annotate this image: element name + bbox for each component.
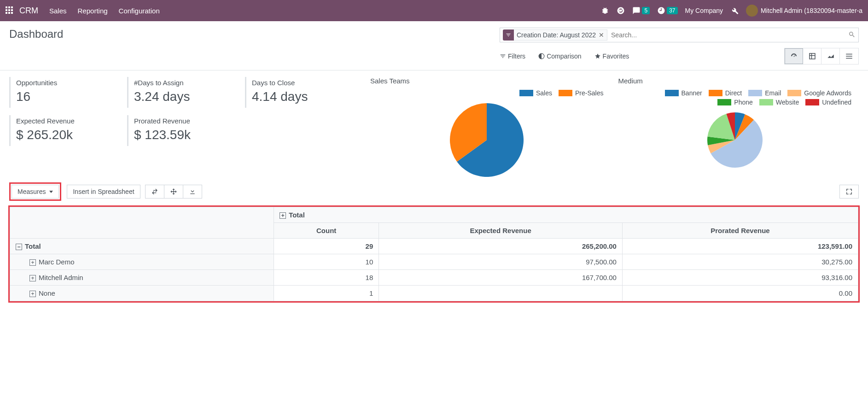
activities-badge: 37 — [667, 7, 677, 14]
insert-spreadsheet-button[interactable]: Insert in Spreadsheet — [67, 185, 140, 199]
filter-facet-label: Creation Date: August 2022 — [517, 31, 596, 39]
view-switcher — [784, 48, 859, 64]
search-box[interactable]: Creation Date: August 2022 ✕ — [500, 28, 859, 42]
view-list-button[interactable] — [840, 48, 858, 64]
measures-button[interactable]: Measures — [12, 185, 59, 199]
legend-swatch — [665, 90, 679, 96]
messaging-badge: 5 — [642, 7, 650, 14]
legend-item[interactable]: Email — [748, 89, 781, 97]
legend-item[interactable]: Sales — [519, 89, 552, 97]
filter-facet[interactable]: Creation Date: August 2022 ✕ — [514, 29, 607, 41]
chart-title: Medium — [618, 77, 852, 85]
legend-item[interactable]: Google Adwords — [787, 89, 851, 97]
pivot-column-header[interactable]: Count — [274, 223, 379, 239]
comparison-button[interactable]: Comparison — [538, 53, 581, 60]
download-button[interactable] — [183, 185, 202, 199]
view-graph-button[interactable] — [821, 48, 840, 64]
tools-icon[interactable] — [730, 6, 739, 15]
legend-label: Google Adwords — [804, 89, 851, 97]
legend-label: Undefined — [822, 99, 851, 106]
activities-icon[interactable]: 37 — [657, 6, 677, 15]
pivot-row-header[interactable]: +Marc Demo — [10, 254, 274, 270]
chart-legend: BannerDirectEmailGoogle AdwordsPhoneWebs… — [618, 89, 852, 108]
pivot-column-header[interactable]: Expected Revenue — [379, 223, 623, 239]
chart-medium: Medium BannerDirectEmailGoogle AdwordsPh… — [611, 77, 859, 177]
legend-label: Sales — [536, 89, 552, 97]
expand-icon[interactable]: + — [280, 212, 286, 219]
pivot-table-highlight: +Total CountExpected RevenueProrated Rev… — [8, 205, 860, 303]
search-options: Filters Comparison Favorites — [500, 48, 859, 64]
flip-axis-button[interactable] — [145, 185, 164, 199]
pivot-cell: 29 — [274, 239, 379, 254]
nav-configuration[interactable]: Configuration — [119, 7, 160, 15]
legend-item[interactable]: Website — [759, 99, 799, 106]
chart-title: Sales Teams — [370, 77, 604, 85]
expand-icon[interactable]: + — [29, 259, 36, 266]
apps-icon[interactable] — [6, 6, 14, 15]
pivot-cell: 265,200.00 — [379, 239, 623, 254]
control-panel: Dashboard Creation Date: August 2022 ✕ F… — [0, 21, 868, 66]
legend-label: Banner — [682, 89, 702, 97]
pivot-cell: 97,500.00 — [379, 254, 623, 270]
pivot-row-header[interactable]: +Mitchell Admin — [10, 270, 274, 286]
user-menu[interactable]: Mitchell Admin (18320094-master-a — [746, 5, 862, 17]
view-dashboard-button[interactable] — [785, 48, 803, 64]
pivot-table: +Total CountExpected RevenueProrated Rev… — [10, 207, 858, 301]
legend-label: Direct — [725, 89, 742, 97]
app-brand[interactable]: CRM — [19, 6, 38, 16]
expand-icon[interactable]: + — [29, 291, 36, 297]
kpi-days-to-close: Days to Close 4.14 days — [245, 77, 363, 108]
legend-item[interactable]: Undefined — [805, 99, 851, 106]
pivot-toolbar: Measures Insert in Spreadsheet — [0, 177, 868, 205]
legend-swatch — [559, 90, 572, 96]
avatar — [746, 5, 758, 17]
favorites-button[interactable]: Favorites — [594, 53, 629, 60]
kpi-expected-revenue: Expected Revenue $ 265.20k — [9, 115, 127, 146]
chart-sales-teams: Sales Teams SalesPre-Sales — [363, 77, 611, 177]
pivot-cell: 30,275.00 — [622, 254, 858, 270]
fullscreen-button[interactable] — [839, 185, 859, 199]
legend-swatch — [717, 99, 731, 105]
legend-item[interactable]: Direct — [709, 89, 742, 97]
company-switcher[interactable]: My Company — [685, 7, 723, 14]
kpi-label: #Days to Assign — [134, 79, 239, 87]
kpi-value: 16 — [16, 89, 122, 104]
bug-icon[interactable] — [601, 6, 609, 15]
messaging-icon[interactable]: 5 — [632, 6, 650, 15]
kpi-value: $ 265.20k — [16, 128, 122, 142]
nav-reporting[interactable]: Reporting — [78, 7, 108, 15]
pivot-cell: 0.00 — [622, 286, 858, 301]
pivot-row-header[interactable]: +None — [10, 286, 274, 301]
dashboard-body: Opportunities 16 Expected Revenue $ 265.… — [0, 70, 868, 177]
legend-swatch — [519, 90, 533, 96]
pivot-row-header[interactable]: −Total — [10, 239, 274, 254]
legend-swatch — [787, 90, 801, 96]
page-title: Dashboard — [9, 28, 63, 41]
filters-button[interactable]: Filters — [500, 53, 525, 60]
pivot-cell: 1 — [274, 286, 379, 301]
expand-icon[interactable]: + — [29, 275, 36, 281]
caret-down-icon — [49, 191, 53, 193]
user-name: Mitchell Admin (18320094-master-a — [761, 7, 862, 14]
pivot-col-group[interactable]: +Total — [274, 207, 858, 223]
legend-item[interactable]: Banner — [665, 89, 702, 97]
chart-legend: SalesPre-Sales — [370, 89, 604, 99]
legend-swatch — [709, 90, 722, 96]
collapse-icon[interactable]: − — [16, 244, 22, 250]
legend-label: Email — [765, 89, 781, 97]
filter-facet-icon — [503, 29, 514, 41]
kpi-value: $ 123.59k — [134, 128, 239, 142]
kpi-label: Opportunities — [16, 79, 122, 87]
legend-label: Pre-Sales — [575, 89, 603, 97]
nav-sales[interactable]: Sales — [49, 7, 67, 15]
expand-all-button[interactable] — [164, 185, 183, 199]
pivot-column-header[interactable]: Prorated Revenue — [622, 223, 858, 239]
search-icon[interactable] — [848, 31, 856, 40]
view-pivot-button[interactable] — [803, 48, 821, 64]
legend-label: Phone — [734, 99, 752, 106]
close-icon[interactable]: ✕ — [599, 31, 604, 39]
legend-item[interactable]: Phone — [717, 99, 752, 106]
support-icon[interactable] — [617, 6, 625, 15]
legend-item[interactable]: Pre-Sales — [559, 89, 603, 97]
search-input[interactable] — [611, 31, 845, 39]
